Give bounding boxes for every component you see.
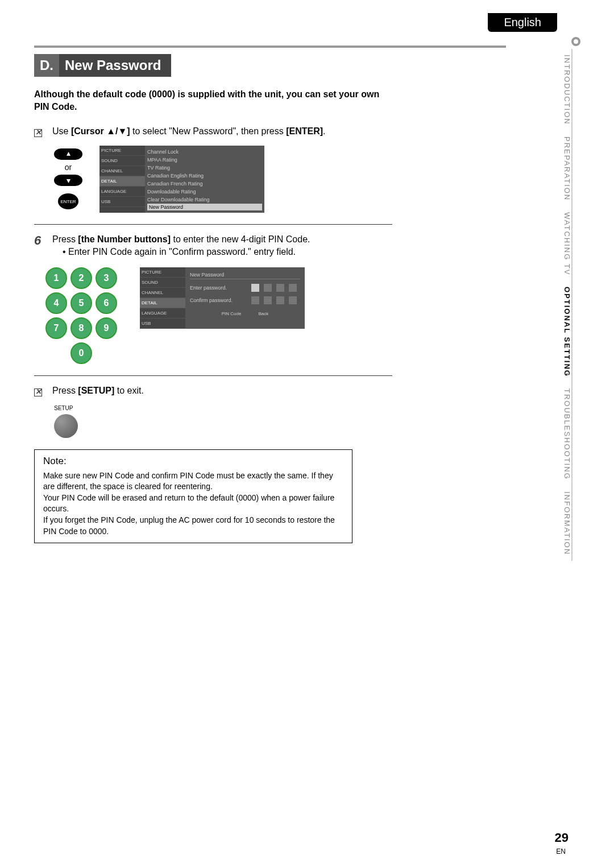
number-keypad: 1 2 3 4 5 6 7 8 9 0 (45, 267, 117, 364)
note-title: Note: (43, 456, 343, 467)
step-7: Press [SETUP] to exit. (34, 385, 392, 399)
intro-text: Although the default code (0000) is supp… (34, 88, 392, 114)
checkbox-icon-2 (34, 388, 42, 396)
key-0: 0 (70, 342, 92, 364)
key-4: 4 (45, 292, 67, 314)
setup-button-icon (54, 414, 78, 438)
osd2-left-menu: PICTURE SOUND CHANNEL DETAIL LANGUAGE US… (140, 267, 185, 329)
key-5: 5 (70, 292, 92, 314)
pin-box-2 (264, 284, 272, 292)
step-5-illustration: or ENTER PICTURE SOUND CHANNEL DETAIL LA… (54, 146, 392, 213)
confirm-password-row: Confirm password. (190, 296, 300, 304)
section-letter: D. (34, 54, 59, 77)
osd-left-menu: PICTURE SOUND CHANNEL DETAIL LANGUAGE US… (99, 146, 145, 213)
osd-right-list: Channel Lock MPAA Rating TV Rating Canad… (145, 146, 264, 213)
sidebar-introduction: INTRODUCTION (563, 49, 572, 131)
key-3: 3 (96, 267, 117, 289)
step-7-number (34, 385, 45, 399)
sidebar-troubleshooting: TROUBLESHOOTING (563, 383, 572, 486)
osd2-footer: PIN Code Back (190, 309, 300, 319)
osd-menu-screenshot: PICTURE SOUND CHANNEL DETAIL LANGUAGE US… (99, 146, 264, 213)
cursor-up-icon (54, 148, 82, 160)
step-6-illustration: 1 2 3 4 5 6 7 8 9 0 PICTURE SOUND CHANNE… (45, 267, 392, 364)
step-6: 6 Press [the Number buttons] to enter th… (34, 233, 392, 259)
or-text: or (65, 163, 72, 172)
divider-2 (34, 375, 392, 376)
section-header: D. New Password (34, 54, 171, 77)
page-language: EN (556, 848, 566, 855)
pin-box-4 (289, 284, 297, 292)
key-1: 1 (45, 267, 67, 289)
note-box: Note: Make sure new PIN Code and confirm… (34, 449, 352, 544)
osd2-title: New Password (190, 272, 300, 279)
divider (34, 224, 392, 225)
section-title: New Password (59, 54, 171, 77)
step-5: Use [Cursor ▲/▼] to select "New Password… (34, 125, 392, 140)
sidebar-optional-setting: OPTIONAL SETTING (563, 281, 572, 383)
sidebar-nav: INTRODUCTION PREPARATION WATCHING TV OPT… (563, 37, 588, 561)
step-7-body: Press [SETUP] to exit. (52, 385, 392, 399)
osd-password-screenshot: PICTURE SOUND CHANNEL DETAIL LANGUAGE US… (140, 267, 305, 329)
setup-label: SETUP (54, 405, 392, 411)
language-tab: English (488, 13, 557, 32)
sidebar-dot-icon (571, 37, 580, 46)
cursor-down-icon (54, 175, 82, 186)
main-content: D. New Password Although the default cod… (34, 54, 392, 543)
step-6-body: Press [the Number buttons] to enter the … (52, 233, 392, 259)
step-5-number (34, 125, 45, 140)
sidebar-information: INFORMATION (563, 486, 572, 561)
key-7: 7 (45, 317, 67, 339)
sidebar-watching-tv: WATCHING TV (563, 206, 572, 281)
setup-button-illustration: SETUP (54, 405, 392, 438)
checkbox-icon (34, 129, 42, 137)
key-6: 6 (96, 292, 117, 314)
note-body: Make sure new PIN Code and confirm PIN C… (43, 470, 343, 538)
key-8: 8 (70, 317, 92, 339)
pin-box-3 (276, 284, 284, 292)
sidebar-preparation: PREPARATION (563, 131, 572, 206)
page-number: 29 (555, 830, 569, 845)
step-6-bullet: • Enter PIN Code again in "Confirm passw… (63, 246, 392, 258)
enter-button-icon: ENTER (58, 193, 78, 209)
key-2: 2 (70, 267, 92, 289)
step-6-number: 6 (34, 233, 45, 259)
pin-box-1 (251, 284, 259, 292)
enter-password-row: Enter password. (190, 284, 300, 292)
step-5-body: Use [Cursor ▲/▼] to select "New Password… (52, 125, 392, 140)
remote-cursor-buttons: or ENTER (54, 148, 82, 209)
header-rule (34, 46, 506, 48)
key-9: 9 (96, 317, 117, 339)
